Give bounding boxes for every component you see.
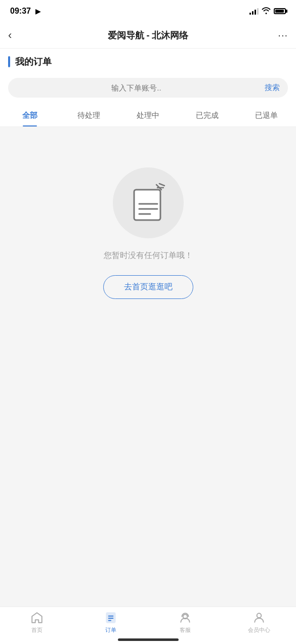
member-icon — [252, 611, 266, 624]
home-icon — [30, 611, 44, 624]
tabs-row: 全部 待处理 处理中 已完成 已退单 — [0, 105, 296, 126]
tabs-section: 全部 待处理 处理中 已完成 已退单 — [0, 105, 296, 127]
nav-title: 爱阅导航 - 北沐网络 — [28, 29, 268, 41]
bottom-nav-member-label: 会员中心 — [248, 626, 270, 634]
orders-icon — [104, 611, 117, 624]
svg-point-12 — [257, 613, 262, 618]
tab-cancelled[interactable]: 已退单 — [237, 105, 296, 126]
back-button[interactable]: ‹ — [8, 29, 28, 42]
goto-home-button[interactable]: 去首页逛逛吧 — [103, 275, 193, 299]
nav-bar: ‹ 爱阅导航 - 北沐网络 ··· — [0, 22, 296, 49]
search-input[interactable] — [16, 83, 257, 92]
wifi-icon — [262, 7, 271, 16]
home-indicator — [118, 638, 179, 641]
svg-rect-0 — [134, 190, 160, 220]
bottom-nav-member[interactable]: 会员中心 — [222, 611, 296, 634]
bottom-nav-orders[interactable]: 订单 — [74, 611, 148, 634]
empty-icon-circle — [113, 167, 184, 238]
status-bar: 09:37 ▶ — [0, 0, 296, 22]
tab-processing[interactable]: 处理中 — [118, 105, 178, 126]
tab-completed[interactable]: 已完成 — [178, 105, 237, 126]
search-button[interactable]: 搜索 — [265, 83, 280, 93]
header-accent — [8, 56, 10, 67]
more-button[interactable]: ··· — [268, 29, 288, 41]
tab-pending[interactable]: 待处理 — [59, 105, 118, 126]
battery-icon — [274, 8, 286, 14]
main-content: 您暂时没有任何订单哦！ 去首页逛逛吧 — [0, 127, 296, 441]
status-time: 09:37 ▶ — [10, 7, 40, 16]
page-title: 我的订单 — [15, 56, 52, 68]
bottom-nav-service[interactable]: 客服 — [148, 611, 222, 634]
empty-state: 您暂时没有任何订单哦！ 去首页逛逛吧 — [103, 167, 193, 299]
page-header: 我的订单 — [0, 49, 296, 73]
search-section: 搜索 — [0, 73, 296, 105]
signal-icon — [249, 8, 259, 15]
bottom-nav-home-label: 首页 — [31, 626, 43, 634]
service-icon — [179, 611, 192, 624]
bottom-nav-service-label: 客服 — [180, 626, 191, 634]
bottom-nav-home[interactable]: 首页 — [0, 611, 74, 634]
svg-rect-7 — [107, 613, 115, 623]
search-bar: 搜索 — [8, 78, 288, 98]
status-icons — [249, 7, 286, 16]
tab-all[interactable]: 全部 — [0, 105, 59, 126]
bottom-nav-orders-label: 订单 — [105, 626, 116, 634]
svg-line-5 — [159, 184, 164, 186]
empty-document-icon — [130, 183, 166, 223]
empty-text: 您暂时没有任何订单哦！ — [104, 250, 193, 261]
